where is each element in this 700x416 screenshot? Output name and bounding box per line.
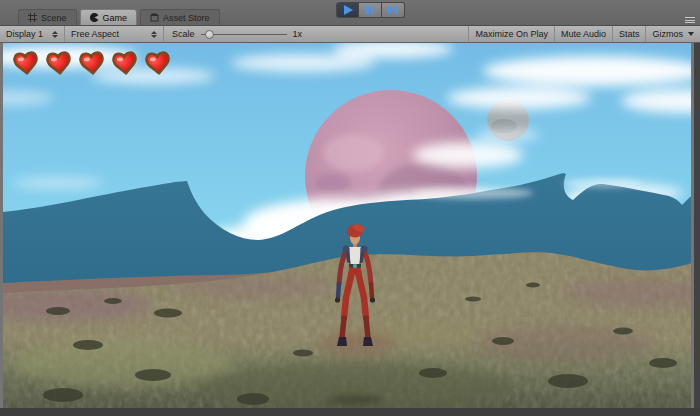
- scale-label: Scale: [172, 29, 195, 39]
- tab-game[interactable]: Game: [80, 9, 138, 25]
- scale-slider[interactable]: [201, 30, 287, 39]
- tab-game-label: Game: [103, 13, 128, 23]
- health-heart-icon: [143, 50, 173, 78]
- unity-game-window: Scene Game Asset Store: [0, 0, 700, 416]
- tab-asset-store[interactable]: Asset Store: [140, 9, 220, 25]
- display-dropdown-label: Display 1: [6, 29, 43, 39]
- grid-icon: [28, 13, 37, 22]
- editor-topbar: Scene Game Asset Store: [0, 0, 700, 26]
- updown-arrows-icon: [52, 31, 58, 38]
- play-button[interactable]: [336, 2, 359, 18]
- scale-control: Scale 1x: [164, 26, 308, 42]
- stats-button[interactable]: Stats: [613, 26, 646, 42]
- game-icon: [90, 13, 99, 22]
- mute-audio-label: Mute Audio: [561, 29, 606, 39]
- aspect-dropdown-label: Free Aspect: [71, 29, 119, 39]
- tab-scene-label: Scene: [41, 13, 67, 23]
- pause-icon: [363, 4, 377, 16]
- stats-label: Stats: [619, 29, 640, 39]
- scale-value: 1x: [293, 29, 303, 39]
- game-view-toolbar: Display 1 Free Aspect Scale 1x Maximize …: [0, 26, 700, 43]
- window-bottom-edge: [0, 408, 700, 416]
- play-icon: [341, 4, 355, 16]
- aspect-dropdown[interactable]: Free Aspect: [65, 26, 163, 42]
- health-heart-icon: [11, 50, 41, 78]
- chevron-down-icon: [688, 32, 694, 36]
- panel-tabs: Scene Game Asset Store: [18, 9, 220, 25]
- tab-scene[interactable]: Scene: [18, 9, 77, 25]
- slider-knob[interactable]: [205, 30, 214, 39]
- maximize-on-play-label: Maximize On Play: [475, 29, 548, 39]
- mute-audio-button[interactable]: Mute Audio: [555, 26, 612, 42]
- tab-asset-store-label: Asset Store: [163, 13, 210, 23]
- panel-menu-icon[interactable]: [685, 16, 695, 24]
- game-scene-render: [3, 43, 694, 408]
- display-dropdown[interactable]: Display 1: [0, 26, 64, 42]
- play-controls: [336, 2, 405, 18]
- game-viewport[interactable]: [0, 43, 694, 408]
- health-heart-icon: [77, 50, 107, 78]
- health-hearts-hud: [12, 51, 172, 76]
- maximize-on-play-button[interactable]: Maximize On Play: [469, 26, 554, 42]
- step-forward-icon: [386, 4, 400, 16]
- box-icon: [150, 13, 159, 22]
- gizmos-label: Gizmos: [652, 29, 683, 39]
- step-button[interactable]: [382, 2, 405, 18]
- health-heart-icon: [44, 50, 74, 78]
- gizmos-dropdown[interactable]: Gizmos: [646, 26, 700, 42]
- updown-arrows-icon: [151, 31, 157, 38]
- pause-button[interactable]: [359, 2, 382, 18]
- health-heart-icon: [110, 50, 140, 78]
